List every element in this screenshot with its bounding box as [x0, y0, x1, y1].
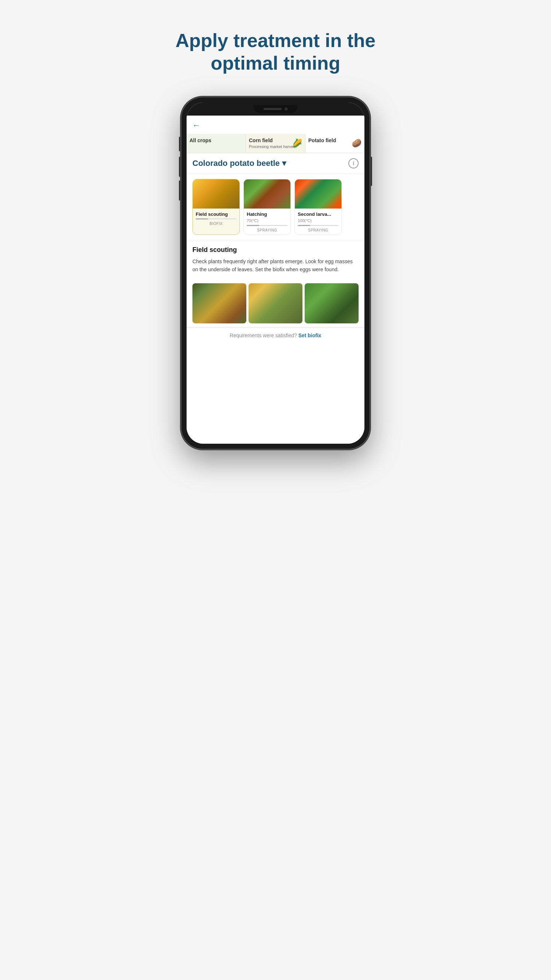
- back-button[interactable]: ←: [192, 121, 200, 130]
- stage-card-hatching-progress-fill: [247, 225, 259, 226]
- stage-card-hatching[interactable]: Hatching 70(°C) SPRAYING: [243, 179, 291, 235]
- notch-camera: [284, 108, 287, 110]
- set-biofix-link[interactable]: Set biofix: [299, 332, 321, 338]
- stage-card-hatching-temp: 70(°C): [247, 218, 287, 223]
- stage-card-second-larva-body: Second larva... 100(°C) SPRAYING: [295, 208, 341, 234]
- stage-card-hatching-progress: [247, 225, 287, 226]
- phone-screen: ← All crops Corn field Processing market…: [187, 102, 364, 444]
- crop-tab-corn-field[interactable]: Corn field Processing market harvest 🌽: [246, 134, 305, 153]
- stage-card-second-larva-temp: 100(°C): [298, 218, 338, 223]
- phone-frame: ← All crops Corn field Processing market…: [181, 97, 370, 450]
- pest-selector: Colorado potato beetle ▾ i: [187, 153, 364, 174]
- page-wrapper: Apply treatment in the optimal timing ←: [138, 29, 413, 450]
- stage-cards-area: Field scouting BIOFIX Hatching 70(°C): [187, 174, 364, 240]
- crop-tab-potato-field[interactable]: Potato field 🥔: [305, 134, 364, 153]
- crop-tab-all-crops-name: All crops: [189, 137, 243, 143]
- field-section-title: Field scouting: [192, 246, 359, 254]
- notch-pill: [254, 105, 297, 113]
- field-section-description: Check plants frequently right after plan…: [192, 258, 359, 274]
- crop-tabs: All crops Corn field Processing market h…: [187, 134, 364, 153]
- stage-card-field-scouting-title: Field scouting: [196, 212, 237, 217]
- corn-icon: 🌽: [292, 138, 302, 148]
- phone-btn-vol-up: [179, 157, 180, 177]
- stage-card-hatching-action[interactable]: SPRAYING: [247, 228, 287, 232]
- gallery-image-2[interactable]: [249, 283, 302, 323]
- stage-card-second-larva[interactable]: Second larva... 100(°C) SPRAYING: [294, 179, 342, 235]
- stage-card-field-scouting-body: Field scouting BIOFIX: [193, 208, 240, 228]
- stage-card-hatching-body: Hatching 70(°C) SPRAYING: [244, 208, 291, 234]
- requirements-text: Requirements were satisfied?: [230, 332, 297, 338]
- stage-card-field-scouting-progress-fill: [196, 218, 208, 220]
- bottom-bar: Requirements were satisfied? Set biofix: [187, 327, 364, 344]
- stage-card-second-larva-image: [295, 180, 341, 208]
- notch-speaker: [264, 108, 282, 110]
- app-nav: ←: [187, 116, 364, 134]
- stage-card-second-larva-progress-fill: [298, 225, 310, 226]
- phone-btn-mute: [179, 137, 180, 151]
- pest-info-button[interactable]: i: [348, 158, 359, 169]
- hero-title: Apply treatment in the optimal timing: [170, 29, 381, 75]
- pest-name-label: Colorado potato beetle: [192, 159, 280, 168]
- gallery-image-3[interactable]: [305, 283, 359, 323]
- potato-icon: 🥔: [352, 138, 362, 148]
- phone-notch: [187, 102, 364, 116]
- pest-dropdown-arrow: ▾: [282, 159, 286, 168]
- stage-card-second-larva-title: Second larva...: [298, 212, 338, 217]
- phone-btn-vol-down: [179, 180, 180, 200]
- phone-btn-power: [371, 157, 372, 186]
- stage-card-second-larva-action[interactable]: SPRAYING: [298, 228, 338, 232]
- pest-name-button[interactable]: Colorado potato beetle ▾: [192, 159, 286, 168]
- stage-card-second-larva-progress: [298, 225, 338, 226]
- image-gallery: [187, 278, 364, 327]
- stage-card-field-scouting[interactable]: Field scouting BIOFIX: [192, 179, 240, 235]
- stage-card-field-scouting-image: [193, 180, 240, 208]
- gallery-image-1[interactable]: [192, 283, 246, 323]
- app-content: ← All crops Corn field Processing market…: [187, 116, 364, 444]
- stage-card-field-scouting-action[interactable]: BIOFIX: [196, 222, 237, 226]
- crop-tab-all-crops[interactable]: All crops: [187, 134, 246, 153]
- stage-card-field-scouting-progress: [196, 218, 237, 220]
- field-scouting-section: Field scouting Check plants frequently r…: [187, 240, 364, 278]
- stage-card-hatching-title: Hatching: [247, 212, 287, 217]
- stage-card-hatching-image: [244, 180, 291, 208]
